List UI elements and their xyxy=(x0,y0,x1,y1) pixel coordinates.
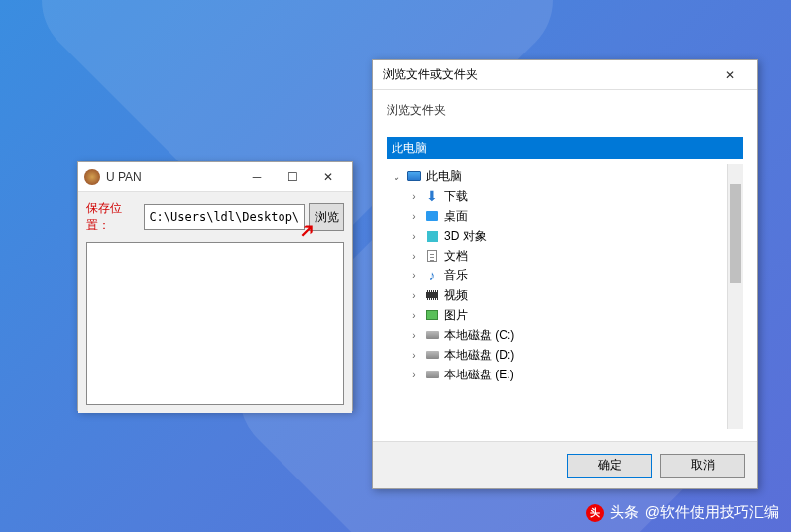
expand-icon[interactable]: › xyxy=(408,270,420,281)
save-path-input[interactable] xyxy=(144,204,305,230)
expand-icon[interactable]: › xyxy=(408,211,420,222)
tree-item[interactable]: › 桌面 xyxy=(387,206,727,226)
expand-icon[interactable]: › xyxy=(408,251,420,262)
expand-icon[interactable]: ⌄ xyxy=(391,171,402,182)
expand-icon[interactable]: › xyxy=(408,290,420,301)
tree-item[interactable]: › 视频 xyxy=(387,285,727,305)
desktop-icon xyxy=(424,208,440,224)
browse-button[interactable]: 浏览 xyxy=(309,203,344,231)
ok-button[interactable]: 确定 xyxy=(567,454,652,478)
maximize-button[interactable]: ☐ xyxy=(275,163,310,191)
tree-scrollbar[interactable] xyxy=(727,164,743,429)
scrollbar-thumb[interactable] xyxy=(730,184,741,283)
dialog-close-button[interactable]: ✕ xyxy=(712,61,747,89)
tree-root[interactable]: ⌄ 此电脑 xyxy=(387,166,727,186)
upan-app-icon xyxy=(84,169,100,185)
tree-item[interactable]: › ⬇ 下载 xyxy=(387,186,727,206)
close-button[interactable]: ✕ xyxy=(310,163,346,191)
documents-icon xyxy=(424,248,440,264)
selected-path-field[interactable]: 此电脑 xyxy=(387,137,743,159)
watermark-author: @软件使用技巧汇编 xyxy=(645,503,779,522)
tree-item[interactable]: › 本地磁盘 (E:) xyxy=(387,365,727,384)
watermark-brand: 头条 xyxy=(610,503,639,522)
browse-dialog: 浏览文件或文件夹 ✕ 浏览文件夹 此电脑 ⌄ 此电脑 › ⬇ 下载 › xyxy=(372,59,758,489)
tree-item-label: 桌面 xyxy=(444,208,468,225)
3d-objects-icon xyxy=(424,228,440,244)
tree-item-label: 文档 xyxy=(444,248,468,265)
watermark-logo-icon: 头 xyxy=(586,504,604,522)
dialog-titlebar: 浏览文件或文件夹 ✕ xyxy=(373,60,757,90)
tree-item[interactable]: › 本地磁盘 (C:) xyxy=(387,325,727,345)
upan-window: U PAN ─ ☐ ✕ 保存位置： 浏览 xyxy=(77,161,353,411)
tree-item-label: 音乐 xyxy=(444,267,468,284)
disk-icon xyxy=(424,347,440,363)
tree-item-label: 图片 xyxy=(444,307,468,324)
tree-item-label: 本地磁盘 (C:) xyxy=(444,327,514,344)
download-icon: ⬇ xyxy=(424,188,440,204)
expand-icon[interactable]: › xyxy=(408,191,420,202)
expand-icon[interactable]: › xyxy=(408,350,420,361)
tree-item-label: 本地磁盘 (E:) xyxy=(444,367,514,383)
video-icon xyxy=(424,287,440,303)
disk-icon xyxy=(424,367,440,382)
expand-icon[interactable]: › xyxy=(408,310,420,321)
tree-root-label: 此电脑 xyxy=(426,168,462,185)
cancel-button[interactable]: 取消 xyxy=(660,454,745,478)
disk-icon xyxy=(424,327,440,343)
tree-item-label: 3D 对象 xyxy=(444,228,487,245)
watermark: 头 头条 @软件使用技巧汇编 xyxy=(586,503,779,522)
dialog-title: 浏览文件或文件夹 xyxy=(383,66,712,83)
tree-item[interactable]: › 图片 xyxy=(387,305,727,325)
upan-titlebar: U PAN ─ ☐ ✕ xyxy=(78,162,352,192)
save-location-label: 保存位置： xyxy=(86,200,140,234)
folder-tree[interactable]: ⌄ 此电脑 › ⬇ 下载 › 桌面 › 3D 对象 xyxy=(387,164,727,429)
tree-item-label: 本地磁盘 (D:) xyxy=(444,347,514,364)
tree-item[interactable]: › 本地磁盘 (D:) xyxy=(387,345,727,365)
computer-icon xyxy=(406,168,422,184)
tree-item-label: 下载 xyxy=(444,188,468,205)
tree-item-label: 视频 xyxy=(444,287,468,304)
dialog-subtitle: 浏览文件夹 xyxy=(387,102,743,119)
tree-item[interactable]: › ♪ 音乐 xyxy=(387,266,727,285)
upan-content-area xyxy=(86,242,344,405)
minimize-button[interactable]: ─ xyxy=(239,163,275,191)
pictures-icon xyxy=(424,307,440,323)
upan-title: U PAN xyxy=(106,170,239,184)
expand-icon[interactable]: › xyxy=(408,370,420,380)
music-icon: ♪ xyxy=(424,267,440,283)
tree-item[interactable]: › 文档 xyxy=(387,246,727,266)
tree-item[interactable]: › 3D 对象 xyxy=(387,226,727,246)
expand-icon[interactable]: › xyxy=(408,330,420,341)
expand-icon[interactable]: › xyxy=(408,231,420,242)
